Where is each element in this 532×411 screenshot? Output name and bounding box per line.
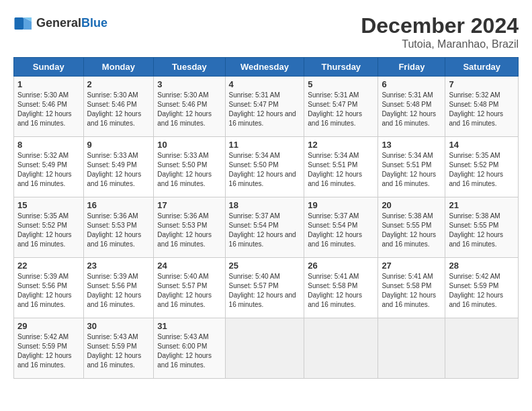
day-info: Sunrise: 5:43 AMSunset: 5:59 PMDaylight:… [87, 332, 150, 370]
location-title: Tutoia, Maranhao, Brazil [361, 38, 519, 50]
day-number: 31 [157, 321, 221, 331]
calendar-cell: 31 Sunrise: 5:43 AMSunset: 6:00 PMDaylig… [154, 318, 225, 379]
day-number: 19 [308, 200, 374, 210]
day-info: Sunrise: 5:33 AMSunset: 5:49 PMDaylight:… [87, 151, 150, 189]
day-info: Sunrise: 5:42 AMSunset: 5:59 PMDaylight:… [17, 332, 80, 370]
day-number: 12 [308, 140, 374, 150]
day-info: Sunrise: 5:31 AMSunset: 5:48 PMDaylight:… [382, 91, 441, 128]
day-number: 25 [229, 261, 301, 271]
header-day-friday: Friday [378, 58, 445, 77]
day-info: Sunrise: 5:34 AMSunset: 5:51 PMDaylight:… [308, 151, 374, 189]
day-number: 30 [87, 321, 150, 331]
day-number: 8 [17, 140, 80, 150]
calendar-cell [225, 318, 304, 379]
calendar-cell: 27 Sunrise: 5:41 AMSunset: 5:58 PMDaylig… [378, 258, 445, 318]
day-info: Sunrise: 5:30 AMSunset: 5:46 PMDaylight:… [17, 91, 80, 128]
day-info: Sunrise: 5:31 AMSunset: 5:47 PMDaylight:… [229, 91, 301, 128]
header-day-tuesday: Tuesday [154, 58, 225, 77]
day-info: Sunrise: 5:33 AMSunset: 5:50 PMDaylight:… [157, 151, 221, 189]
calendar-cell: 28 Sunrise: 5:42 AMSunset: 5:59 PMDaylig… [445, 258, 519, 318]
calendar-cell [378, 318, 445, 379]
header-day-monday: Monday [83, 58, 154, 77]
day-info: Sunrise: 5:39 AMSunset: 5:56 PMDaylight:… [87, 272, 150, 310]
logo-general: General [36, 16, 81, 30]
calendar-cell: 21 Sunrise: 5:38 AMSunset: 5:55 PMDaylig… [445, 197, 519, 258]
day-number: 27 [382, 261, 441, 271]
day-number: 22 [17, 261, 80, 271]
week-row-1: 1 Sunrise: 5:30 AMSunset: 5:46 PMDayligh… [14, 77, 519, 137]
day-info: Sunrise: 5:39 AMSunset: 5:56 PMDaylight:… [17, 272, 80, 310]
day-number: 18 [229, 200, 301, 210]
header-day-thursday: Thursday [304, 58, 378, 77]
logo-blue: Blue [81, 16, 107, 30]
page-header: GeneralBlue December 2024 Tutoia, Maranh… [13, 13, 519, 50]
calendar-cell: 6 Sunrise: 5:31 AMSunset: 5:48 PMDayligh… [378, 77, 445, 137]
calendar-cell: 5 Sunrise: 5:31 AMSunset: 5:47 PMDayligh… [304, 77, 378, 137]
calendar-cell: 1 Sunrise: 5:30 AMSunset: 5:46 PMDayligh… [14, 77, 84, 137]
title-area: December 2024 Tutoia, Maranhao, Brazil [361, 13, 519, 50]
day-number: 1 [17, 79, 80, 89]
day-info: Sunrise: 5:38 AMSunset: 5:55 PMDaylight:… [449, 212, 515, 249]
day-number: 26 [308, 261, 374, 271]
calendar-cell: 10 Sunrise: 5:33 AMSunset: 5:50 PMDaylig… [154, 137, 225, 197]
header-row: SundayMondayTuesdayWednesdayThursdayFrid… [14, 58, 519, 77]
day-info: Sunrise: 5:32 AMSunset: 5:48 PMDaylight:… [449, 91, 515, 128]
month-title: December 2024 [361, 13, 519, 38]
day-info: Sunrise: 5:40 AMSunset: 5:57 PMDaylight:… [157, 272, 221, 310]
calendar-cell: 14 Sunrise: 5:35 AMSunset: 5:52 PMDaylig… [445, 137, 519, 197]
day-number: 28 [449, 261, 515, 271]
calendar-body: 1 Sunrise: 5:30 AMSunset: 5:46 PMDayligh… [14, 77, 519, 379]
calendar-cell: 12 Sunrise: 5:34 AMSunset: 5:51 PMDaylig… [304, 137, 378, 197]
day-info: Sunrise: 5:35 AMSunset: 5:52 PMDaylight:… [449, 151, 515, 189]
logo-text: GeneralBlue [36, 17, 107, 30]
day-info: Sunrise: 5:38 AMSunset: 5:55 PMDaylight:… [382, 212, 441, 249]
calendar-cell: 15 Sunrise: 5:35 AMSunset: 5:52 PMDaylig… [14, 197, 84, 258]
calendar-cell: 24 Sunrise: 5:40 AMSunset: 5:57 PMDaylig… [154, 258, 225, 318]
calendar-cell: 30 Sunrise: 5:43 AMSunset: 5:59 PMDaylig… [83, 318, 154, 379]
day-info: Sunrise: 5:31 AMSunset: 5:47 PMDaylight:… [308, 91, 374, 128]
calendar-cell: 13 Sunrise: 5:34 AMSunset: 5:51 PMDaylig… [378, 137, 445, 197]
calendar-cell: 11 Sunrise: 5:34 AMSunset: 5:50 PMDaylig… [225, 137, 304, 197]
day-number: 24 [157, 261, 221, 271]
calendar-cell: 16 Sunrise: 5:36 AMSunset: 5:53 PMDaylig… [83, 197, 154, 258]
calendar-cell: 23 Sunrise: 5:39 AMSunset: 5:56 PMDaylig… [83, 258, 154, 318]
calendar-cell [445, 318, 519, 379]
day-info: Sunrise: 5:35 AMSunset: 5:52 PMDaylight:… [17, 212, 80, 249]
header-day-saturday: Saturday [445, 58, 519, 77]
day-info: Sunrise: 5:36 AMSunset: 5:53 PMDaylight:… [87, 212, 150, 249]
calendar-header: SundayMondayTuesdayWednesdayThursdayFrid… [14, 58, 519, 77]
day-info: Sunrise: 5:43 AMSunset: 6:00 PMDaylight:… [157, 332, 221, 370]
day-number: 17 [157, 200, 221, 210]
calendar-cell: 20 Sunrise: 5:38 AMSunset: 5:55 PMDaylig… [378, 197, 445, 258]
header-day-wednesday: Wednesday [225, 58, 304, 77]
week-row-5: 29 Sunrise: 5:42 AMSunset: 5:59 PMDaylig… [14, 318, 519, 379]
week-row-4: 22 Sunrise: 5:39 AMSunset: 5:56 PMDaylig… [14, 258, 519, 318]
day-info: Sunrise: 5:34 AMSunset: 5:51 PMDaylight:… [382, 151, 441, 189]
day-info: Sunrise: 5:34 AMSunset: 5:50 PMDaylight:… [229, 151, 301, 189]
day-number: 13 [382, 140, 441, 150]
day-number: 9 [87, 140, 150, 150]
week-row-2: 8 Sunrise: 5:32 AMSunset: 5:49 PMDayligh… [14, 137, 519, 197]
day-info: Sunrise: 5:32 AMSunset: 5:49 PMDaylight:… [17, 151, 80, 189]
day-info: Sunrise: 5:36 AMSunset: 5:53 PMDaylight:… [157, 212, 221, 249]
calendar-cell: 22 Sunrise: 5:39 AMSunset: 5:56 PMDaylig… [14, 258, 84, 318]
day-number: 23 [87, 261, 150, 271]
day-number: 15 [17, 200, 80, 210]
day-number: 6 [382, 79, 441, 89]
day-number: 11 [229, 140, 301, 150]
day-info: Sunrise: 5:37 AMSunset: 5:54 PMDaylight:… [308, 212, 374, 249]
day-info: Sunrise: 5:37 AMSunset: 5:54 PMDaylight:… [229, 212, 301, 249]
calendar-cell: 29 Sunrise: 5:42 AMSunset: 5:59 PMDaylig… [14, 318, 84, 379]
day-number: 10 [157, 140, 221, 150]
svg-rect-0 [15, 17, 24, 30]
day-number: 4 [229, 79, 301, 89]
calendar-cell: 2 Sunrise: 5:30 AMSunset: 5:46 PMDayligh… [83, 77, 154, 137]
week-row-3: 15 Sunrise: 5:35 AMSunset: 5:52 PMDaylig… [14, 197, 519, 258]
day-number: 21 [449, 200, 515, 210]
calendar-cell: 4 Sunrise: 5:31 AMSunset: 5:47 PMDayligh… [225, 77, 304, 137]
day-number: 5 [308, 79, 374, 89]
calendar-cell: 19 Sunrise: 5:37 AMSunset: 5:54 PMDaylig… [304, 197, 378, 258]
day-info: Sunrise: 5:40 AMSunset: 5:57 PMDaylight:… [229, 272, 301, 310]
day-number: 7 [449, 79, 515, 89]
day-info: Sunrise: 5:30 AMSunset: 5:46 PMDaylight:… [87, 91, 150, 128]
